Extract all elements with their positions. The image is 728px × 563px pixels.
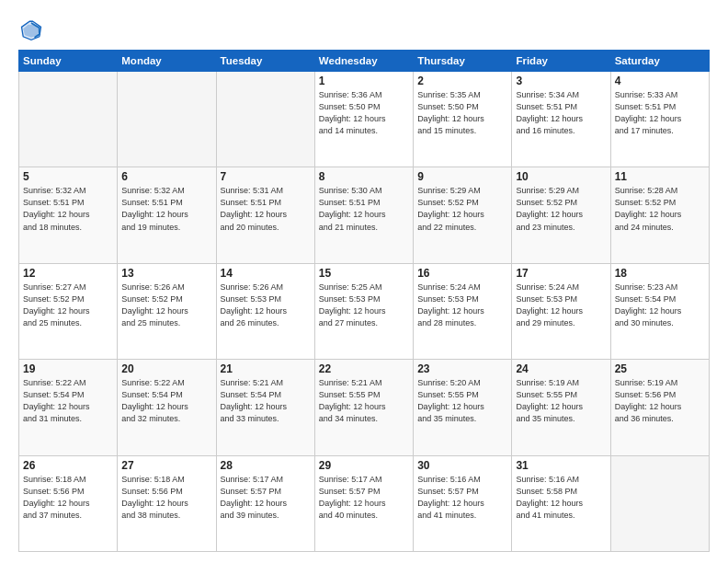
day-info: Sunrise: 5:33 AM Sunset: 5:51 PM Dayligh… xyxy=(615,89,705,137)
day-number: 12 xyxy=(23,267,113,280)
day-number: 9 xyxy=(417,170,507,183)
day-info: Sunrise: 5:17 AM Sunset: 5:57 PM Dayligh… xyxy=(319,474,409,522)
day-info: Sunrise: 5:23 AM Sunset: 5:54 PM Dayligh… xyxy=(615,282,705,329)
day-info: Sunrise: 5:22 AM Sunset: 5:54 PM Dayligh… xyxy=(23,377,113,425)
day-info: Sunrise: 5:32 AM Sunset: 5:51 PM Dayligh… xyxy=(121,185,211,233)
weekday-header-tuesday: Tuesday xyxy=(216,51,314,72)
day-number: 18 xyxy=(615,267,705,280)
calendar-cell: 22Sunrise: 5:21 AM Sunset: 5:55 PM Dayli… xyxy=(314,360,413,455)
day-info: Sunrise: 5:19 AM Sunset: 5:55 PM Dayligh… xyxy=(516,377,606,425)
day-number: 30 xyxy=(417,459,507,472)
day-info: Sunrise: 5:24 AM Sunset: 5:53 PM Dayligh… xyxy=(516,282,606,329)
day-number: 27 xyxy=(121,459,211,472)
calendar-cell: 29Sunrise: 5:17 AM Sunset: 5:57 PM Dayli… xyxy=(314,455,413,551)
calendar-cell: 26Sunrise: 5:18 AM Sunset: 5:56 PM Dayli… xyxy=(19,455,118,551)
day-info: Sunrise: 5:25 AM Sunset: 5:53 PM Dayligh… xyxy=(319,282,409,329)
day-number: 23 xyxy=(417,362,507,375)
day-info: Sunrise: 5:24 AM Sunset: 5:53 PM Dayligh… xyxy=(417,282,507,329)
day-number: 8 xyxy=(319,170,409,183)
weekday-header-monday: Monday xyxy=(118,51,216,72)
day-info: Sunrise: 5:36 AM Sunset: 5:50 PM Dayligh… xyxy=(319,89,409,137)
calendar-cell: 21Sunrise: 5:21 AM Sunset: 5:54 PM Dayli… xyxy=(216,360,314,455)
calendar-cell: 12Sunrise: 5:27 AM Sunset: 5:52 PM Dayli… xyxy=(19,263,118,359)
calendar-cell: 23Sunrise: 5:20 AM Sunset: 5:55 PM Dayli… xyxy=(414,360,512,455)
calendar-cell xyxy=(216,72,314,167)
calendar-cell: 30Sunrise: 5:16 AM Sunset: 5:57 PM Dayli… xyxy=(414,455,512,551)
weekday-header-wednesday: Wednesday xyxy=(314,51,413,72)
day-number: 6 xyxy=(121,170,211,183)
day-number: 25 xyxy=(615,362,705,375)
calendar-cell: 16Sunrise: 5:24 AM Sunset: 5:53 PM Dayli… xyxy=(414,263,512,359)
day-number: 5 xyxy=(23,170,113,183)
day-info: Sunrise: 5:27 AM Sunset: 5:52 PM Dayligh… xyxy=(23,282,113,329)
weekday-header-friday: Friday xyxy=(512,51,610,72)
calendar-cell: 20Sunrise: 5:22 AM Sunset: 5:54 PM Dayli… xyxy=(118,360,216,455)
calendar-cell: 17Sunrise: 5:24 AM Sunset: 5:53 PM Dayli… xyxy=(512,263,610,359)
day-number: 16 xyxy=(417,267,507,280)
day-info: Sunrise: 5:31 AM Sunset: 5:51 PM Dayligh… xyxy=(221,185,311,233)
calendar-week-row: 26Sunrise: 5:18 AM Sunset: 5:56 PM Dayli… xyxy=(19,455,710,551)
calendar-cell: 18Sunrise: 5:23 AM Sunset: 5:54 PM Dayli… xyxy=(610,263,709,359)
calendar-cell: 11Sunrise: 5:28 AM Sunset: 5:52 PM Dayli… xyxy=(610,167,709,263)
calendar-cell: 4Sunrise: 5:33 AM Sunset: 5:51 PM Daylig… xyxy=(610,72,709,167)
calendar-cell xyxy=(118,72,216,167)
day-info: Sunrise: 5:18 AM Sunset: 5:56 PM Dayligh… xyxy=(121,474,211,522)
day-number: 22 xyxy=(319,362,409,375)
day-number: 2 xyxy=(417,75,507,87)
calendar-week-row: 1Sunrise: 5:36 AM Sunset: 5:50 PM Daylig… xyxy=(19,72,710,167)
day-number: 31 xyxy=(516,459,606,472)
day-info: Sunrise: 5:19 AM Sunset: 5:56 PM Dayligh… xyxy=(615,377,705,425)
day-number: 4 xyxy=(615,75,705,87)
calendar-cell xyxy=(610,455,709,551)
day-number: 1 xyxy=(319,75,409,87)
calendar-week-row: 19Sunrise: 5:22 AM Sunset: 5:54 PM Dayli… xyxy=(19,360,710,455)
calendar-cell xyxy=(19,72,118,167)
day-number: 28 xyxy=(221,459,311,472)
calendar-cell: 27Sunrise: 5:18 AM Sunset: 5:56 PM Dayli… xyxy=(118,455,216,551)
day-number: 13 xyxy=(121,267,211,280)
day-info: Sunrise: 5:21 AM Sunset: 5:55 PM Dayligh… xyxy=(319,377,409,425)
day-number: 21 xyxy=(221,362,311,375)
day-info: Sunrise: 5:34 AM Sunset: 5:51 PM Dayligh… xyxy=(516,89,606,137)
calendar-cell: 8Sunrise: 5:30 AM Sunset: 5:51 PM Daylig… xyxy=(314,167,413,263)
day-number: 19 xyxy=(23,362,113,375)
day-info: Sunrise: 5:35 AM Sunset: 5:50 PM Dayligh… xyxy=(417,89,507,137)
calendar-cell: 7Sunrise: 5:31 AM Sunset: 5:51 PM Daylig… xyxy=(216,167,314,263)
weekday-header-row: SundayMondayTuesdayWednesdayThursdayFrid… xyxy=(19,51,710,72)
day-info: Sunrise: 5:28 AM Sunset: 5:52 PM Dayligh… xyxy=(615,185,705,233)
calendar-cell: 9Sunrise: 5:29 AM Sunset: 5:52 PM Daylig… xyxy=(414,167,512,263)
calendar-cell: 2Sunrise: 5:35 AM Sunset: 5:50 PM Daylig… xyxy=(414,72,512,167)
calendar-cell: 28Sunrise: 5:17 AM Sunset: 5:57 PM Dayli… xyxy=(216,455,314,551)
day-number: 24 xyxy=(516,362,606,375)
page: SundayMondayTuesdayWednesdayThursdayFrid… xyxy=(0,0,728,563)
day-number: 15 xyxy=(319,267,409,280)
calendar-cell: 25Sunrise: 5:19 AM Sunset: 5:56 PM Dayli… xyxy=(610,360,709,455)
day-number: 11 xyxy=(615,170,705,183)
calendar-cell: 10Sunrise: 5:29 AM Sunset: 5:52 PM Dayli… xyxy=(512,167,610,263)
day-info: Sunrise: 5:16 AM Sunset: 5:57 PM Dayligh… xyxy=(417,474,507,522)
weekday-header-saturday: Saturday xyxy=(610,51,709,72)
calendar-table: SundayMondayTuesdayWednesdayThursdayFrid… xyxy=(18,50,710,552)
calendar-cell: 19Sunrise: 5:22 AM Sunset: 5:54 PM Dayli… xyxy=(19,360,118,455)
calendar-cell: 6Sunrise: 5:32 AM Sunset: 5:51 PM Daylig… xyxy=(118,167,216,263)
weekday-header-sunday: Sunday xyxy=(19,51,118,72)
calendar-cell: 3Sunrise: 5:34 AM Sunset: 5:51 PM Daylig… xyxy=(512,72,610,167)
day-number: 3 xyxy=(516,75,606,87)
day-info: Sunrise: 5:26 AM Sunset: 5:53 PM Dayligh… xyxy=(221,282,311,329)
day-info: Sunrise: 5:17 AM Sunset: 5:57 PM Dayligh… xyxy=(221,474,311,522)
day-number: 7 xyxy=(221,170,311,183)
day-number: 17 xyxy=(516,267,606,280)
calendar-week-row: 12Sunrise: 5:27 AM Sunset: 5:52 PM Dayli… xyxy=(19,263,710,359)
day-info: Sunrise: 5:18 AM Sunset: 5:56 PM Dayligh… xyxy=(23,474,113,522)
calendar-cell: 13Sunrise: 5:26 AM Sunset: 5:52 PM Dayli… xyxy=(118,263,216,359)
day-info: Sunrise: 5:32 AM Sunset: 5:51 PM Dayligh… xyxy=(23,185,113,233)
day-info: Sunrise: 5:20 AM Sunset: 5:55 PM Dayligh… xyxy=(417,377,507,425)
day-number: 26 xyxy=(23,459,113,472)
day-number: 20 xyxy=(121,362,211,375)
weekday-header-thursday: Thursday xyxy=(414,51,512,72)
calendar-week-row: 5Sunrise: 5:32 AM Sunset: 5:51 PM Daylig… xyxy=(19,167,710,263)
day-info: Sunrise: 5:29 AM Sunset: 5:52 PM Dayligh… xyxy=(417,185,507,233)
day-info: Sunrise: 5:30 AM Sunset: 5:51 PM Dayligh… xyxy=(319,185,409,233)
day-number: 29 xyxy=(319,459,409,472)
calendar-cell: 1Sunrise: 5:36 AM Sunset: 5:50 PM Daylig… xyxy=(314,72,413,167)
